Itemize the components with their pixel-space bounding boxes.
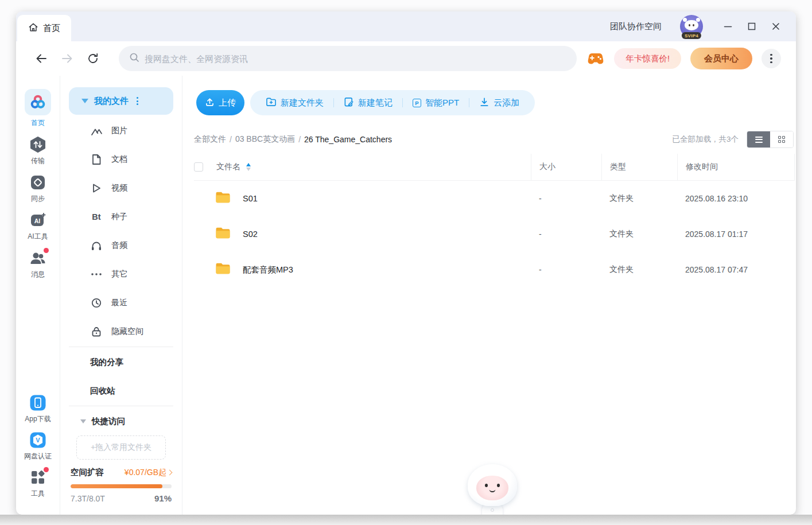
game-center-icon[interactable]	[585, 50, 606, 67]
file-size: -	[531, 230, 601, 239]
cloud-add-button[interactable]: 云添加	[469, 90, 529, 115]
rail-item-ai-tools[interactable]: AI AI工具	[28, 212, 48, 242]
transfer-icon	[29, 136, 46, 153]
documents-label: 文档	[111, 154, 127, 165]
tools-icon	[29, 469, 46, 486]
breadcrumb-all-files[interactable]: 全部文件	[194, 134, 226, 145]
sidebar-item-audio[interactable]: 音频	[69, 231, 173, 260]
minimize-button[interactable]	[716, 18, 740, 35]
nav-rail: 首页 传输 同步	[16, 76, 60, 515]
file-size: -	[531, 265, 601, 274]
sidebar-item-torrents[interactable]: Bt 种子	[69, 203, 173, 231]
sidebar-item-documents[interactable]: 文档	[69, 145, 173, 174]
storage-upgrade-link[interactable]: ¥0.07/GB起	[125, 468, 172, 478]
ai-tools-icon: AI	[29, 212, 46, 229]
smart-ppt-icon: P	[413, 99, 421, 107]
cloud-add-label: 云添加	[494, 98, 519, 108]
rail-item-sync[interactable]: 同步	[29, 174, 46, 204]
upload-button[interactable]: 上传	[196, 90, 244, 115]
sidebar-item-videos[interactable]: 视频	[69, 174, 173, 203]
sidebar-divider	[69, 406, 173, 406]
column-header-type[interactable]: 类型	[601, 154, 677, 180]
sidebar-item-pictures[interactable]: 图片	[69, 116, 173, 145]
new-note-icon	[344, 97, 354, 109]
upload-label: 上传	[219, 98, 236, 108]
annual-card-promo-label: 年卡惊喜价!	[625, 53, 670, 64]
file-modified: 2025.08.16 23:10	[677, 194, 795, 203]
recent-label: 最近	[111, 298, 127, 308]
search-bar[interactable]	[119, 46, 577, 71]
table-row[interactable]: 配套音频MP3 - 文件夹 2025.08.17 07:47	[194, 252, 795, 287]
user-avatar[interactable]: SVIP4	[680, 15, 703, 38]
column-header-modified[interactable]: 修改时间	[677, 154, 795, 180]
column-header-size[interactable]: 大小	[531, 154, 601, 180]
view-toggle	[747, 131, 794, 148]
rail-item-home[interactable]: 首页	[25, 89, 51, 128]
sort-ascending-icon	[246, 163, 251, 166]
tab-home-label: 首页	[43, 23, 60, 34]
new-folder-icon	[266, 97, 277, 108]
storage-widget: 空间扩容 ¥0.07/GB起 7.3T/8.0T 91%	[69, 467, 173, 503]
assistant-mascot[interactable]	[466, 464, 519, 515]
my-shares-label: 我的分享	[90, 357, 123, 368]
new-folder-label: 新建文件夹	[281, 98, 324, 108]
rail-label-messages: 消息	[31, 270, 45, 279]
list-view-button[interactable]	[747, 131, 770, 147]
breadcrumb-row: 全部文件 / 03 BBC英文动画 / 26 The_Game_Catchers…	[194, 131, 796, 148]
tab-home[interactable]: 首页	[17, 15, 71, 41]
maximize-button[interactable]	[740, 18, 764, 35]
breadcrumb-parent-folder[interactable]: 03 BBC英文动画	[235, 134, 295, 145]
annual-card-promo-button[interactable]: 年卡惊喜价!	[614, 48, 681, 69]
audio-label: 音频	[111, 240, 127, 251]
team-workspace-link[interactable]: 团队协作空间	[610, 21, 662, 32]
back-button[interactable]	[31, 48, 52, 69]
verification-icon: V	[29, 431, 46, 449]
sidebar-item-recent[interactable]: 最近	[69, 289, 173, 317]
rail-label-ai-tools: AI工具	[28, 232, 48, 242]
create-actions-group: 新建文件夹 新建笔记 P 智能PPT	[250, 90, 535, 115]
sort-icon[interactable]	[246, 163, 251, 171]
search-input[interactable]	[145, 54, 566, 64]
new-note-button[interactable]: 新建笔记	[334, 90, 402, 115]
svg-text:AI: AI	[34, 217, 41, 224]
rail-item-verification[interactable]: V 网盘认证	[24, 431, 52, 461]
sidebar-item-my-files[interactable]: 我的文件	[69, 87, 173, 115]
favorite-folder-drop-zone[interactable]: +拖入常用文件夹	[76, 435, 166, 460]
recent-icon	[90, 297, 103, 309]
close-button[interactable]	[764, 18, 788, 35]
sidebar-item-other[interactable]: 其它	[69, 260, 173, 289]
action-bar: 上传 新建文件夹 新建笔记	[194, 90, 796, 115]
rail-item-app-download[interactable]: App下载	[25, 394, 50, 424]
forward-button[interactable]	[57, 48, 77, 69]
my-files-menu-icon[interactable]	[134, 95, 141, 107]
sidebar-item-recycle-bin[interactable]: 回收站	[69, 376, 173, 405]
select-all-checkbox[interactable]	[194, 162, 203, 172]
table-row[interactable]: S02 - 文件夹 2025.08.17 01:17	[194, 216, 795, 252]
sidebar-item-my-shares[interactable]: 我的分享	[69, 348, 173, 376]
home-tab-icon	[28, 22, 38, 34]
window-bottom-shadow	[0, 515, 812, 525]
file-name: 配套音频MP3	[243, 265, 293, 275]
recycle-bin-label: 回收站	[90, 386, 115, 396]
grid-view-icon	[778, 136, 786, 143]
grid-view-button[interactable]	[770, 131, 793, 147]
other-label: 其它	[111, 269, 127, 279]
new-folder-button[interactable]: 新建文件夹	[256, 90, 333, 115]
rail-item-transfer[interactable]: 传输	[29, 136, 46, 166]
file-table-header: 文件名 大小 类型 修改时间	[194, 154, 795, 181]
breadcrumb-separator: /	[298, 135, 301, 144]
sidebar-item-hidden-space[interactable]: 隐藏空间	[69, 317, 173, 346]
tools-notification-dot	[44, 467, 49, 472]
member-center-button[interactable]: 会员中心	[690, 48, 752, 69]
mascot-head	[468, 464, 517, 506]
more-menu-button[interactable]	[762, 49, 781, 68]
smart-ppt-button[interactable]: P 智能PPT	[403, 90, 469, 115]
cloud-add-icon	[479, 97, 489, 109]
rail-item-messages[interactable]: 消息	[29, 250, 46, 279]
refresh-button[interactable]	[83, 48, 103, 69]
table-row[interactable]: S01 - 文件夹 2025.08.16 23:10	[194, 181, 795, 216]
sidebar: 我的文件 图片 文档 视频	[60, 76, 182, 515]
rail-item-tools[interactable]: 工具	[29, 469, 46, 499]
column-header-name[interactable]: 文件名	[216, 162, 240, 172]
sidebar-item-quick-access[interactable]: 快捷访问	[69, 407, 173, 435]
